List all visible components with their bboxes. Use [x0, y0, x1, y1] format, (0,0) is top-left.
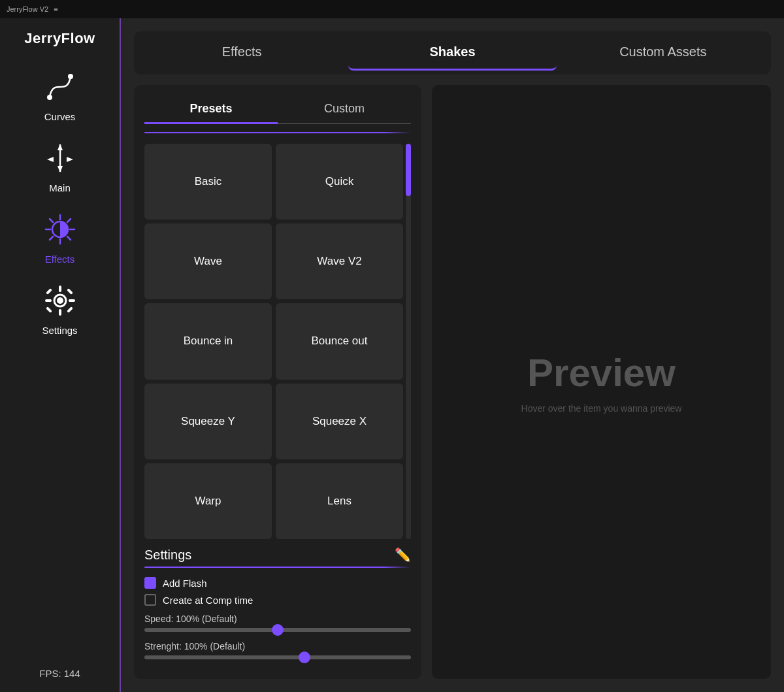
tab-separator	[144, 132, 411, 133]
left-panel: Presets Custom Basic Quick Wave Wave V2 …	[134, 85, 421, 679]
settings-section: Settings ✏️ Add Flash Create at Comp tim…	[144, 547, 411, 668]
svg-rect-20	[69, 299, 75, 302]
sidebar-item-curves-label: Curves	[44, 111, 76, 122]
settings-edit-icon[interactable]: ✏️	[395, 547, 411, 563]
preview-panel: Preview Hover over the item you wanna pr…	[432, 85, 771, 679]
panel: Presets Custom Basic Quick Wave Wave V2 …	[134, 85, 771, 679]
strength-slider-thumb[interactable]	[299, 651, 310, 663]
preview-title: Preview	[527, 350, 676, 395]
sub-tabs: Presets Custom	[144, 95, 411, 124]
svg-rect-17	[59, 286, 61, 292]
svg-line-12	[67, 237, 71, 240]
svg-rect-22	[67, 288, 73, 295]
tab-shakes[interactable]: Shakes	[348, 35, 556, 71]
svg-rect-21	[46, 288, 52, 295]
settings-title: Settings	[144, 548, 191, 563]
preset-warp[interactable]: Warp	[144, 463, 272, 539]
preset-wave-v2[interactable]: Wave V2	[276, 223, 403, 299]
app-name: JerryFlow V2	[7, 5, 48, 13]
sidebar-logo: JerryFlow	[24, 25, 95, 59]
speed-label: Speed: 100% (Default)	[144, 614, 411, 624]
svg-rect-18	[59, 309, 61, 316]
create-at-comp-time-row: Create at Comp time	[144, 591, 411, 608]
sidebar-item-main-label: Main	[49, 182, 71, 193]
preset-quick[interactable]: Quick	[276, 144, 403, 220]
svg-marker-6	[57, 166, 63, 173]
sidebar-item-effects[interactable]: Effects	[0, 205, 120, 272]
sidebar-item-settings[interactable]: Settings	[0, 276, 120, 344]
preset-squeeze-y[interactable]: Squeeze Y	[144, 384, 272, 459]
create-at-comp-time-checkbox[interactable]	[144, 594, 156, 606]
svg-line-14	[50, 237, 53, 240]
presets-wrapper: Basic Quick Wave Wave V2 Bounce in Bounc…	[144, 144, 411, 539]
curves-icon	[43, 70, 77, 107]
preset-squeeze-x[interactable]: Squeeze X	[276, 384, 403, 459]
sidebar-item-effects-label: Effects	[45, 254, 75, 265]
top-tabs: Effects Shakes Custom Assets	[134, 31, 771, 74]
strength-label: Strenght: 100% (Default)	[144, 641, 411, 651]
speed-slider-track[interactable]	[144, 628, 411, 632]
add-flash-row: Add Flash	[144, 574, 411, 591]
sidebar-item-curves[interactable]: Curves	[0, 62, 120, 130]
svg-rect-24	[67, 306, 73, 313]
settings-icon	[43, 284, 77, 321]
sidebar-item-settings-label: Settings	[42, 325, 77, 336]
presets-scrollbar-track[interactable]	[406, 144, 411, 539]
main-layout: JerryFlow Curves	[0, 18, 784, 692]
tab-custom-assets[interactable]: Custom Assets	[559, 35, 767, 71]
fps-display: FPS: 144	[39, 657, 80, 685]
svg-marker-3	[57, 144, 63, 150]
content-area: Effects Shakes Custom Assets Presets Cus…	[121, 18, 784, 692]
settings-header: Settings ✏️	[144, 547, 411, 563]
sidebar: JerryFlow Curves	[0, 18, 121, 692]
preset-bounce-out[interactable]: Bounce out	[276, 303, 403, 379]
strength-slider-row: Strenght: 100% (Default)	[144, 641, 411, 659]
sub-tab-custom[interactable]: Custom	[278, 95, 411, 124]
svg-rect-19	[45, 299, 52, 302]
preset-wave[interactable]: Wave	[144, 223, 272, 299]
effects-icon	[43, 212, 77, 250]
main-icon	[43, 141, 77, 178]
presets-grid: Basic Quick Wave Wave V2 Bounce in Bounc…	[144, 144, 403, 539]
svg-rect-23	[46, 306, 52, 313]
sub-tab-presets[interactable]: Presets	[144, 95, 278, 124]
preset-basic[interactable]: Basic	[144, 144, 272, 220]
presets-scrollbar-thumb[interactable]	[406, 144, 411, 196]
preset-lens[interactable]: Lens	[276, 463, 403, 539]
svg-line-13	[67, 219, 71, 222]
svg-line-11	[50, 219, 53, 222]
svg-marker-4	[47, 157, 54, 162]
svg-point-26	[57, 297, 63, 304]
create-at-comp-time-label: Create at Comp time	[163, 595, 253, 606]
menu-icon[interactable]: ≡	[54, 5, 57, 13]
tab-effects[interactable]: Effects	[138, 35, 346, 71]
settings-divider	[144, 567, 411, 568]
sidebar-item-main[interactable]: Main	[0, 133, 120, 201]
add-flash-checkbox[interactable]	[144, 577, 156, 589]
preset-bounce-in[interactable]: Bounce in	[144, 303, 272, 379]
speed-slider-row: Speed: 100% (Default)	[144, 614, 411, 632]
title-bar: JerryFlow V2 ≡	[0, 0, 784, 18]
strength-slider-track[interactable]	[144, 655, 411, 659]
svg-marker-5	[67, 157, 73, 162]
add-flash-label: Add Flash	[163, 578, 207, 589]
speed-slider-thumb[interactable]	[272, 624, 284, 636]
preview-hint: Hover over the item you wanna preview	[521, 403, 682, 414]
